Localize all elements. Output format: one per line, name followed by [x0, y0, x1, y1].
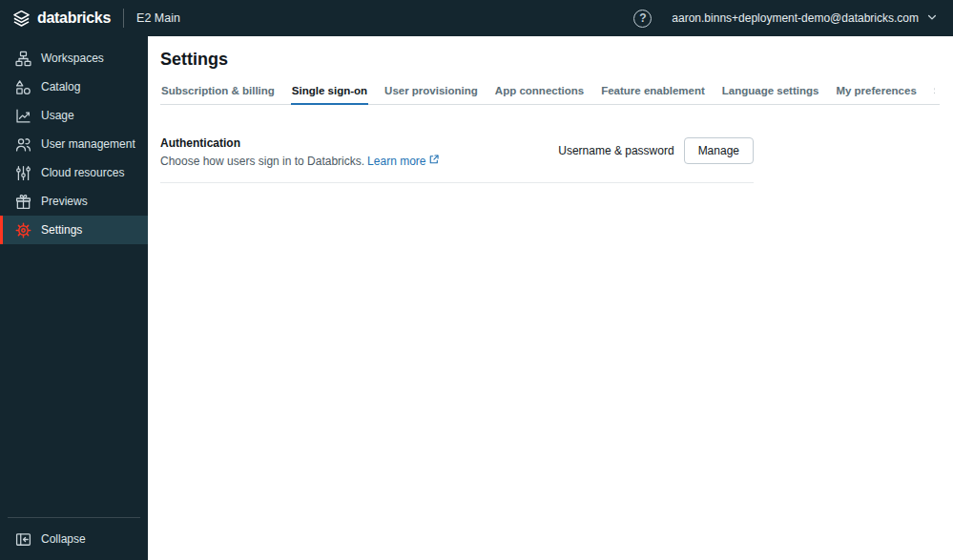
brand-wordmark: databricks: [37, 10, 111, 27]
sidebar-item-usage[interactable]: Usage: [0, 101, 148, 130]
sidebar-item-catalog[interactable]: Catalog: [0, 73, 148, 101]
authentication-heading: Authentication: [160, 136, 440, 150]
sidebar-footer: Collapse: [0, 517, 148, 553]
chevron-down-icon: [926, 10, 938, 27]
sidebar-item-cloud-resources[interactable]: Cloud resources: [0, 158, 148, 187]
collapse-label: Collapse: [41, 532, 86, 546]
sidebar-item-label: Cloud resources: [41, 166, 124, 179]
tab-single-sign-on[interactable]: Single sign-on: [291, 80, 368, 104]
authentication-description: Choose how users sign in to Databricks. …: [160, 154, 440, 168]
tab-my-preferences[interactable]: My preferences: [835, 80, 917, 104]
external-link-icon: [428, 154, 440, 168]
learn-more-label: Learn more: [367, 155, 425, 168]
sidebar-item-previews[interactable]: Previews: [0, 187, 148, 216]
page-title: Settings: [160, 50, 940, 70]
tab-app-connections[interactable]: App connections: [494, 80, 585, 104]
tab-feature-enablement[interactable]: Feature enablement: [600, 80, 706, 104]
environment-name: E2 Main: [136, 11, 180, 25]
usage-icon: [15, 108, 31, 124]
sidebar-item-label: Previews: [41, 195, 88, 208]
collapse-panel-icon: [15, 531, 31, 548]
sidebar-item-label: Catalog: [41, 80, 80, 93]
authentication-section: Authentication Choose how users sign in …: [160, 136, 754, 183]
topbar: databricks E2 Main ? aaron.binns+deploym…: [0, 0, 953, 36]
manage-button[interactable]: Manage: [684, 137, 754, 164]
authentication-info: Authentication Choose how users sign in …: [160, 136, 440, 168]
tab-subscription-billing[interactable]: Subscription & billing: [160, 80, 276, 104]
sidebar-item-settings[interactable]: Settings: [0, 216, 148, 244]
sidebar-item-workspaces[interactable]: Workspaces: [0, 44, 148, 73]
user-management-icon: [15, 136, 31, 153]
topbar-divider: [123, 9, 124, 28]
settings-tabs: Subscription & billing Single sign-on Us…: [160, 80, 940, 105]
account-menu[interactable]: aaron.binns+deployment-demo@databricks.c…: [672, 10, 938, 27]
sidebar-footer-divider: [8, 517, 140, 518]
user-email: aaron.binns+deployment-demo@databricks.c…: [672, 11, 919, 25]
databricks-account-console: databricks E2 Main ? aaron.binns+deploym…: [0, 0, 953, 560]
authentication-controls: Username & password Manage: [558, 137, 754, 164]
tab-user-provisioning[interactable]: User provisioning: [383, 80, 479, 104]
workspaces-icon: [15, 51, 31, 67]
settings-gear-icon: [15, 222, 31, 239]
authentication-current-value: Username & password: [558, 144, 673, 157]
previews-icon: [15, 194, 31, 210]
cloud-resources-icon: [15, 165, 31, 181]
sidebar-item-label: Usage: [41, 109, 74, 122]
catalog-icon: [15, 79, 31, 95]
databricks-logo[interactable]: databricks: [12, 10, 111, 28]
topbar-right: ? aaron.binns+deployment-demo@databricks…: [633, 10, 938, 28]
sidebar-item-label: Workspaces: [41, 52, 104, 65]
collapse-sidebar-button[interactable]: Collapse: [0, 525, 148, 553]
help-glyph: ?: [639, 11, 646, 25]
main-content: Settings Subscription & billing Single s…: [148, 36, 953, 560]
databricks-stacked-layers-icon: [12, 10, 31, 28]
sidebar: Workspaces Catalog: [0, 36, 148, 560]
tab-security-truncated[interactable]: Security a: [933, 80, 935, 104]
sidebar-item-label: Settings: [41, 223, 82, 237]
tab-language-settings[interactable]: Language settings: [721, 80, 820, 104]
learn-more-link[interactable]: Learn more: [367, 154, 440, 168]
sidebar-item-label: User management: [41, 137, 135, 151]
help-icon[interactable]: ?: [633, 10, 652, 28]
authentication-description-text: Choose how users sign in to Databricks.: [160, 155, 364, 168]
topbar-left: databricks E2 Main: [12, 9, 180, 28]
sidebar-item-user-management[interactable]: User management: [0, 130, 148, 158]
sidebar-nav: Workspaces Catalog: [0, 36, 148, 244]
